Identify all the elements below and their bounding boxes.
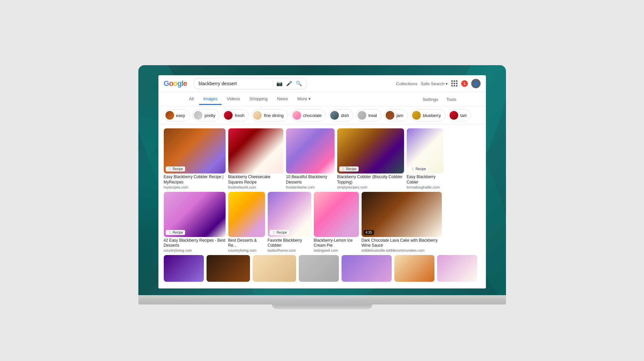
user-avatar[interactable]: 👤	[471, 79, 481, 88]
chip-fine-dining[interactable]: fine dining	[251, 109, 288, 121]
chip-fresh[interactable]: fresh	[222, 109, 249, 121]
chip-blueberry[interactable]: blueberry	[410, 109, 445, 121]
image-card[interactable]	[253, 255, 296, 282]
nav-tabs: All Images Videos Shopping News More ▾ S…	[158, 92, 486, 107]
image-card[interactable]: 🍴 Recipe Favorite Blackberry Cobbler tas…	[268, 192, 311, 252]
safe-search-link[interactable]: Safe Search ▾	[421, 81, 448, 86]
image-card[interactable]: 🍴 Recipe 42 Easy Blackberry Recipes - Be…	[164, 192, 226, 252]
chip-dish[interactable]: dish	[329, 109, 353, 121]
image-card[interactable]: Best Desserts & Re... countryliving.com	[228, 192, 265, 252]
img-title: Easy Blackberry Cobler	[407, 174, 443, 185]
image-card[interactable]: 🍴 Recipe Easy Blackberry Cobler tornadou…	[407, 128, 443, 189]
image-card[interactable]: 4:35 Dark Chocolate Lava Cake with Black…	[362, 192, 442, 252]
img-domain: countryliving.com	[228, 248, 265, 252]
divider	[273, 80, 273, 87]
image-row-2: 🍴 Recipe 42 Easy Blackberry Recipes - Be…	[164, 192, 481, 252]
recipe-badge: 🍴 Recipe	[166, 230, 185, 235]
image-row-3	[164, 255, 481, 282]
nav-right: Settings Tools	[420, 94, 459, 105]
img-domain: foodnetwork.com	[228, 185, 283, 189]
laptop-container: Google 📷 🎤 🔍 Collections Safe Search ▾	[138, 52, 506, 309]
laptop-screen: Google 📷 🎤 🔍 Collections Safe Search ▾	[158, 75, 486, 288]
tools-link[interactable]: Tools	[443, 94, 459, 105]
chip-chocolate[interactable]: chocolate	[291, 109, 326, 121]
video-badge: 4:35	[364, 230, 374, 235]
tab-news[interactable]: News	[273, 94, 292, 105]
img-domain: simplyrecipes.com	[337, 185, 404, 189]
img-domain: eatingwell.com	[314, 248, 359, 252]
img-title: 10 Beautiful Blackberry Desserts	[286, 174, 335, 185]
img-domain: foodandwine.com	[286, 185, 335, 189]
image-card[interactable]: Blackberry Cheesecake Squares Recipe foo…	[228, 128, 283, 189]
recipe-badge: 🍴 Recipe	[166, 166, 185, 171]
img-title: Blackberry Cobbler (Biscuity Cobbler Top…	[337, 174, 404, 185]
image-card[interactable]: 10 Beautiful Blackberry Desserts foodand…	[286, 128, 335, 189]
img-title: Blackberry Cheesecake Squares Recipe	[228, 174, 283, 185]
laptop-base	[138, 295, 506, 305]
img-title: Blackberry-Lemon Ice Cream Pie	[314, 238, 359, 248]
apps-grid-icon[interactable]	[451, 80, 458, 87]
header-right: Collections Safe Search ▾ 1 👤	[396, 79, 480, 88]
filter-chips: easy pretty fresh fine dining chocolate	[158, 107, 486, 124]
image-card[interactable]	[164, 255, 204, 282]
recipe-badge: 🍴 Recipe	[409, 166, 428, 171]
recipe-badge: 🍴 Recipe	[270, 230, 289, 235]
img-title: Best Desserts & Re...	[228, 238, 265, 248]
camera-icon[interactable]: 📷	[276, 81, 283, 87]
collections-link[interactable]: Collections	[396, 81, 417, 86]
google-header: Google 📷 🎤 🔍 Collections Safe Search ▾	[158, 75, 486, 92]
image-card[interactable]	[394, 255, 434, 282]
image-card[interactable]	[342, 255, 392, 282]
tab-images[interactable]: Images	[199, 94, 222, 105]
tab-more[interactable]: More ▾	[293, 94, 315, 105]
img-title: Favorite Blackberry Cobbler	[268, 238, 311, 248]
img-domain: tornadoughallie.com	[407, 185, 443, 189]
img-title: Easy Blackberry Cobbler Recipe | MyRecip…	[164, 174, 226, 185]
img-domain: countryliving.com	[164, 248, 226, 252]
img-domain: tasteofhome.com	[268, 248, 311, 252]
recipe-badge: 🍴 Recipe	[339, 166, 359, 171]
chip-pretty[interactable]: pretty	[192, 109, 220, 121]
image-card[interactable]	[207, 255, 250, 282]
image-card[interactable]: 🍴 Recipe Easy Blackberry Cobbler Recipe …	[164, 128, 226, 189]
search-input[interactable]	[199, 81, 269, 86]
laptop-screen-bezel: Google 📷 🎤 🔍 Collections Safe Search ▾	[138, 65, 506, 295]
chevron-down-icon: ▾	[445, 81, 448, 86]
image-card[interactable]: 🍴 Recipe Blackberry Cobbler (Biscuity Co…	[337, 128, 404, 189]
notification-badge[interactable]: 1	[461, 80, 468, 87]
chip-easy[interactable]: easy	[164, 109, 189, 121]
chip-jam[interactable]: jam	[384, 109, 408, 121]
img-domain: myrecipes.com	[164, 185, 226, 189]
img-title: 42 Easy Blackberry Recipes - Best Desser…	[164, 238, 226, 248]
image-card[interactable]: Blackberry-Lemon Ice Cream Pie eatingwel…	[314, 192, 359, 252]
image-card[interactable]	[299, 255, 339, 282]
tab-shopping[interactable]: Shopping	[245, 94, 272, 105]
tab-all[interactable]: All	[185, 94, 198, 105]
chip-tart[interactable]: tart	[448, 109, 471, 121]
google-logo[interactable]: Google	[164, 79, 187, 88]
img-title: Dark Chocolate Lava Cake with Blackberry…	[362, 238, 442, 248]
image-row-1: 🍴 Recipe Easy Blackberry Cobbler Recipe …	[164, 128, 481, 189]
image-card[interactable]	[437, 255, 477, 282]
chip-treat[interactable]: treat	[356, 109, 381, 121]
search-submit-icon[interactable]: 🔍	[296, 81, 302, 87]
mic-icon[interactable]: 🎤	[286, 81, 292, 87]
img-domain: ediblelouisville.ediblecommunities.com	[362, 248, 442, 252]
search-bar[interactable]: 📷 🎤 🔍	[194, 78, 307, 89]
settings-link[interactable]: Settings	[420, 94, 441, 105]
tab-videos[interactable]: Videos	[223, 94, 244, 105]
image-grid: 🍴 Recipe Easy Blackberry Cobbler Recipe …	[158, 124, 486, 288]
